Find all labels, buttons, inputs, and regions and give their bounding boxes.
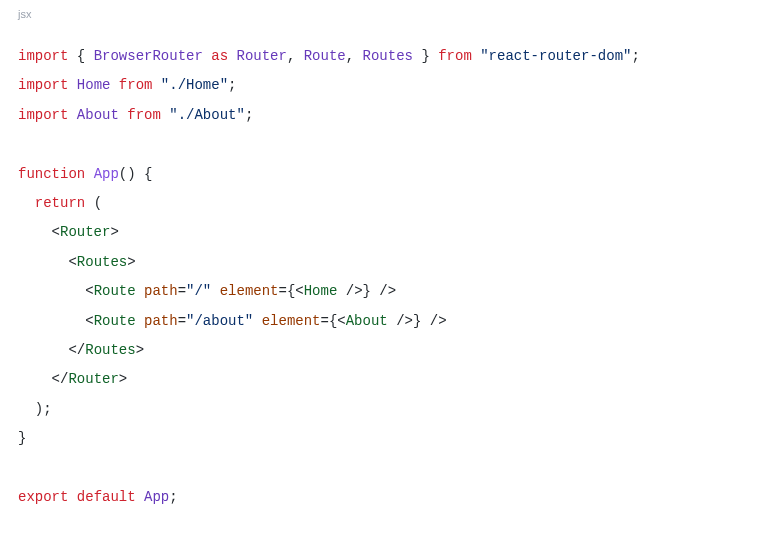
code-content: import { BrowserRouter as Router, Route,… [0,24,765,522]
code-block: jsx import { BrowserRouter as Router, Ro… [0,0,765,522]
keyword-import: import [18,48,68,64]
language-label: jsx [0,0,765,24]
string-literal: "react-router-dom" [480,48,631,64]
jsx-tag: Router [60,224,110,240]
jsx-attr: path [144,283,178,299]
keyword-function: function [18,166,85,182]
function-name: App [94,166,119,182]
keyword-return: return [35,195,85,211]
keyword-export: export [18,489,68,505]
identifier: BrowserRouter [94,48,203,64]
keyword-default: default [77,489,136,505]
